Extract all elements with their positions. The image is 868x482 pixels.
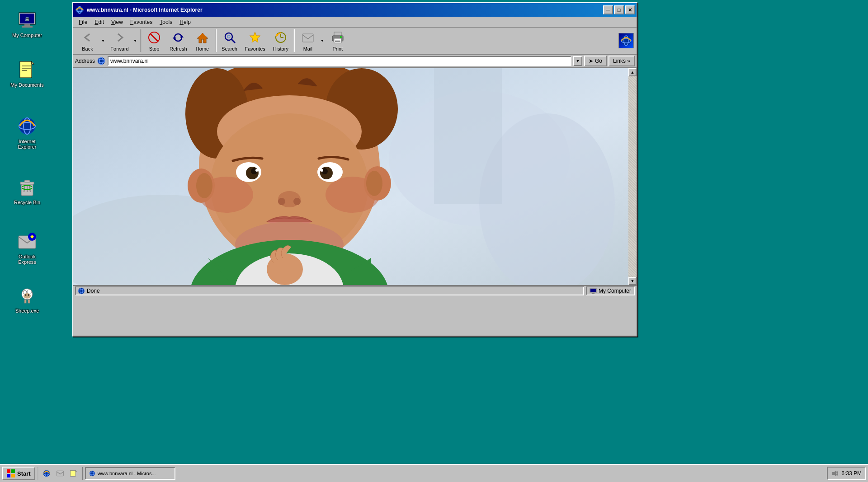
favorites-button[interactable]: Favorites	[242, 28, 269, 53]
outlook-express-label: Outlook Express	[18, 254, 36, 265]
svg-point-88	[366, 171, 382, 196]
svg-rect-43	[302, 34, 313, 42]
quicklaunch-icon-2[interactable]	[53, 467, 67, 480]
svg-point-86	[196, 173, 212, 198]
back-button[interactable]: Back	[75, 28, 100, 53]
desktop-icon-internet-explorer[interactable]: Internet Explorer	[9, 115, 45, 150]
scroll-up-button[interactable]: ▲	[628, 68, 637, 76]
minimize-button[interactable]: ─	[603, 5, 613, 14]
back-label: Back	[82, 46, 93, 51]
system-clock: 6:33 PM	[841, 470, 862, 477]
svg-rect-104	[70, 470, 75, 476]
svg-rect-94	[592, 293, 594, 294]
desktop-icon-recycle-bin[interactable]: Recycle Bin	[9, 176, 45, 205]
start-button[interactable]: Start	[2, 467, 35, 480]
taskbar-divider	[37, 467, 38, 480]
quicklaunch-icon-1[interactable]	[40, 467, 53, 480]
forward-btn-group: Forward ▼	[107, 28, 138, 53]
desktop-icon-sheep-exe[interactable]: Sheep.exe	[9, 285, 45, 314]
menu-file[interactable]: File	[75, 18, 91, 26]
quicklaunch-ie-icon	[42, 469, 51, 478]
quicklaunch-icon-3[interactable]	[67, 467, 80, 480]
taskbar-ie-label: www.bnnvara.nl - Micros...	[98, 471, 156, 476]
svg-rect-2	[24, 24, 30, 26]
svg-point-72	[255, 169, 258, 172]
mail-label: Mail	[303, 46, 312, 51]
go-label: Go	[595, 58, 602, 64]
system-tray: 6:33 PM	[827, 467, 866, 480]
go-arrow-icon: ➤	[589, 58, 593, 64]
tray-volume-icon	[831, 470, 839, 477]
menu-tools[interactable]: Tools	[156, 18, 176, 26]
svg-marker-109	[832, 471, 836, 476]
address-dropdown-button[interactable]: ▼	[573, 56, 582, 66]
svg-text:💻: 💻	[25, 16, 29, 21]
print-button[interactable]: Print	[326, 28, 349, 53]
svg-line-31	[151, 34, 158, 41]
status-text-area: Done	[75, 286, 584, 295]
menu-favorites[interactable]: Favorites	[127, 18, 156, 26]
title-bar: www.bnnvara.nl - Microsoft Internet Expl…	[73, 3, 637, 17]
status-bar: Done My Computer	[73, 285, 637, 296]
svg-point-23	[25, 295, 27, 296]
mail-dropdown-button[interactable]: ▼	[319, 28, 326, 53]
mail-btn-group: Mail ▼	[297, 28, 326, 53]
svg-point-78	[278, 198, 285, 205]
links-button[interactable]: Links »	[609, 56, 635, 66]
menu-edit[interactable]: Edit	[91, 18, 108, 26]
desktop-icon-my-documents[interactable]: My Documents	[9, 59, 45, 88]
svg-rect-98	[7, 474, 10, 477]
maximize-button[interactable]: □	[614, 5, 624, 14]
history-label: History	[273, 46, 288, 51]
content-area: ▲ ▼	[73, 68, 637, 285]
svg-point-49	[340, 36, 342, 38]
svg-rect-3	[22, 26, 33, 28]
scroll-track[interactable]	[628, 76, 637, 277]
print-icon	[330, 30, 345, 45]
close-button[interactable]: ✕	[625, 5, 635, 14]
svg-rect-47	[335, 40, 340, 41]
desktop-icon-outlook-express[interactable]: Outlook Express	[9, 230, 45, 265]
svg-rect-48	[335, 41, 340, 42]
svg-point-22	[24, 293, 31, 299]
desktop-icon-my-computer[interactable]: 💻 My Computer	[9, 9, 45, 38]
home-button[interactable]: Home	[191, 28, 214, 53]
mail-button[interactable]: Mail	[297, 28, 319, 53]
go-button[interactable]: ➤ Go	[584, 56, 607, 66]
svg-point-89	[78, 288, 85, 294]
recycle-bin-label: Recycle Bin	[14, 200, 40, 205]
svg-rect-16	[24, 180, 30, 183]
recycle-bin-icon	[16, 176, 38, 198]
history-button[interactable]: History	[269, 28, 292, 53]
taskbar-ie-item[interactable]: www.bnnvara.nl - Micros...	[85, 467, 175, 480]
svg-rect-26	[28, 299, 30, 303]
quicklaunch-icon-2-img	[56, 469, 64, 478]
svg-point-24	[28, 295, 29, 296]
address-bar: Address ▼ ➤ Go Links »	[73, 55, 637, 68]
svg-point-53	[98, 57, 105, 65]
svg-point-13	[25, 124, 29, 128]
menu-view[interactable]: View	[108, 18, 127, 26]
ie-window: www.bnnvara.nl - Microsoft Internet Expl…	[72, 2, 637, 337]
svg-rect-25	[24, 299, 26, 303]
refresh-label: Refresh	[170, 46, 187, 51]
favorites-label: Favorites	[245, 46, 265, 51]
scrollbar: ▲ ▼	[628, 68, 637, 285]
svg-rect-97	[11, 469, 15, 473]
forward-button[interactable]: Forward	[107, 28, 132, 53]
search-button[interactable]: Search	[218, 28, 241, 53]
outlook-express-icon	[16, 230, 38, 252]
menu-help[interactable]: Help	[176, 18, 194, 26]
back-btn-group: Back ▼	[75, 28, 106, 53]
status-zone-text: My Computer	[599, 288, 631, 294]
address-input[interactable]	[108, 56, 571, 66]
taskbar-ie-icon	[89, 470, 96, 477]
back-dropdown-button[interactable]: ▼	[100, 28, 106, 53]
status-done-text: Done	[87, 288, 100, 294]
sheep-exe-label: Sheep.exe	[15, 308, 39, 314]
forward-dropdown-button[interactable]: ▼	[132, 28, 138, 53]
address-label: Address	[75, 58, 95, 64]
scroll-down-button[interactable]: ▼	[628, 277, 637, 285]
refresh-button[interactable]: Refresh	[166, 28, 190, 53]
stop-button[interactable]: Stop	[143, 28, 165, 53]
